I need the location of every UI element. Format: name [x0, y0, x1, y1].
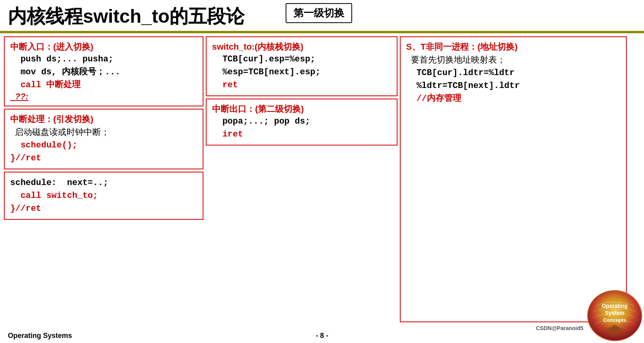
svg-text:System: System: [605, 310, 624, 316]
interrupt-exit-box: 中断出口：(第二级切换) popa;...; pop ds; iret: [206, 99, 398, 145]
svg-text:Operating: Operating: [602, 303, 628, 309]
code-mem-mgmt: //内存管理: [406, 92, 621, 105]
footer-center-text: - 8 -: [316, 332, 328, 340]
interrupt-handler-box: 中断处理：(引发切换) 启动磁盘读或时钟中断； schedule(); }//r…: [4, 109, 203, 169]
right-column: S、T非同一进程：(地址切换) 要首先切换地址映射表； TCB[cur].ldt…: [400, 36, 627, 322]
left-column: 中断入口：(进入切换) push ds;... pusha; mov ds, 内…: [4, 36, 203, 322]
code-popa: popa;...; pop ds;: [212, 115, 391, 128]
main-title: 内核线程switch_to的五段论: [8, 4, 245, 29]
code-start-disk: 启动磁盘读或时钟中断；: [10, 125, 197, 139]
code-question: ??:: [10, 92, 197, 102]
code-push-ds: push ds;... pusha;: [10, 53, 197, 66]
code-ret1: }//ret: [10, 152, 197, 165]
switch-to-box: switch_to:(内核栈切换) TCB[cur].esp=%esp; %es…: [206, 36, 398, 96]
code-ldtr-tcb-next: %ldtr=TCB[next].ldtr: [406, 79, 621, 92]
code-schedule-call: schedule();: [10, 139, 197, 152]
interrupt-handler-title: 中断处理：(引发切换): [10, 114, 94, 124]
page-container: 内核线程switch_to的五段论 第一级切换 中断入口：(进入切换) push…: [0, 0, 644, 343]
callout-box: 第一级切换: [286, 3, 352, 23]
interrupt-entry-title: 中断入口：(进入切换): [10, 42, 94, 52]
os-logo-svg: Operating System Concepts: [587, 290, 642, 341]
code-ret2: }//ret: [10, 202, 197, 215]
svg-text:Concepts: Concepts: [603, 317, 626, 323]
code-tcb-cur-esp: TCB[cur].esp=%esp;: [212, 53, 391, 66]
code-mov-ds: mov ds, 内核段号；...: [10, 66, 197, 79]
interrupt-entry-box: 中断入口：(进入切换) push ds;... pusha; mov ds, 内…: [4, 36, 203, 106]
footer: Operating Systems - 8 -: [0, 332, 644, 340]
address-switch-box: S、T非同一进程：(地址切换) 要首先切换地址映射表； TCB[cur].ldt…: [400, 36, 627, 322]
code-iret: iret: [212, 128, 391, 141]
footer-left-text: Operating Systems: [8, 332, 72, 340]
title-area: 内核线程switch_to的五段论 第一级切换: [0, 0, 644, 31]
code-esp-tcb-next: %esp=TCB[next].esp;: [212, 66, 391, 79]
interrupt-exit-title: 中断出口：(第二级切换): [212, 104, 304, 114]
code-switch-map: 要首先切换地址映射表；: [406, 53, 621, 66]
callout-label: 第一级切换: [293, 7, 344, 19]
address-switch-title: S、T非同一进程：(地址切换): [406, 42, 518, 52]
code-ret3: ret: [212, 79, 391, 92]
watermark: CSDN@Paranoid5: [536, 325, 583, 331]
os-logo: Operating System Concepts: [587, 290, 642, 341]
code-call-interrupt: call 中断处理: [10, 79, 197, 92]
middle-column: switch_to:(内核栈切换) TCB[cur].esp=%esp; %es…: [206, 36, 398, 322]
schedule-box: schedule: next=..; call switch_to; }//re…: [4, 172, 203, 220]
content-area: 中断入口：(进入切换) push ds;... pusha; mov ds, 内…: [0, 33, 644, 325]
code-call-switch: call switch_to;: [10, 189, 197, 202]
switch-to-title: switch_to:(内核栈切换): [212, 42, 303, 52]
code-schedule-next: schedule: next=..;: [10, 176, 197, 189]
code-tcb-cur-ldtr: TCB[cur].ldtr=%ldtr: [406, 66, 621, 79]
